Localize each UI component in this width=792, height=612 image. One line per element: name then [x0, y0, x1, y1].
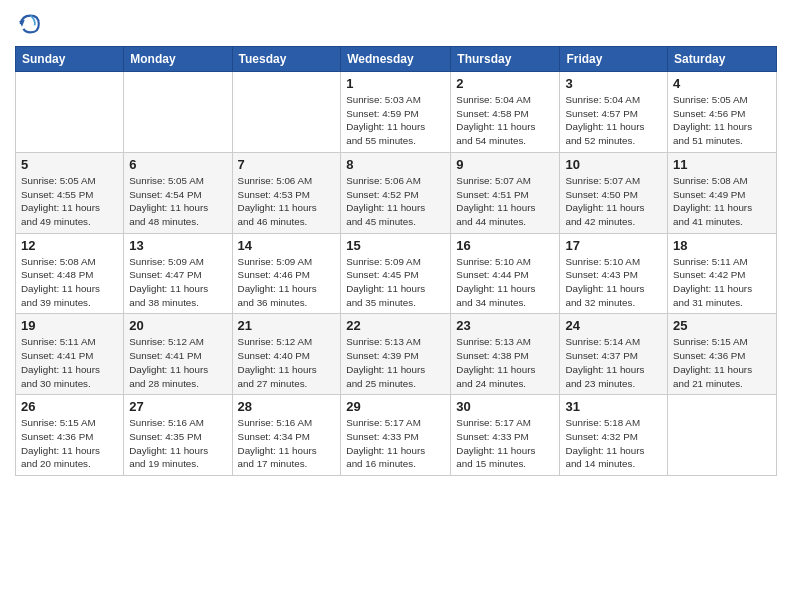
- day-number: 26: [21, 399, 118, 414]
- calendar-cell: 7Sunrise: 5:06 AM Sunset: 4:53 PM Daylig…: [232, 152, 341, 233]
- calendar-cell: 18Sunrise: 5:11 AM Sunset: 4:42 PM Dayli…: [668, 233, 777, 314]
- day-info: Sunrise: 5:04 AM Sunset: 4:57 PM Dayligh…: [565, 93, 662, 148]
- day-number: 9: [456, 157, 554, 172]
- day-number: 5: [21, 157, 118, 172]
- calendar-cell: 26Sunrise: 5:15 AM Sunset: 4:36 PM Dayli…: [16, 395, 124, 476]
- calendar-cell: 21Sunrise: 5:12 AM Sunset: 4:40 PM Dayli…: [232, 314, 341, 395]
- calendar-cell: 25Sunrise: 5:15 AM Sunset: 4:36 PM Dayli…: [668, 314, 777, 395]
- calendar-cell: 9Sunrise: 5:07 AM Sunset: 4:51 PM Daylig…: [451, 152, 560, 233]
- day-number: 7: [238, 157, 336, 172]
- day-number: 17: [565, 238, 662, 253]
- day-number: 21: [238, 318, 336, 333]
- calendar-cell: 20Sunrise: 5:12 AM Sunset: 4:41 PM Dayli…: [124, 314, 232, 395]
- calendar-cell: 1Sunrise: 5:03 AM Sunset: 4:59 PM Daylig…: [341, 72, 451, 153]
- day-number: 10: [565, 157, 662, 172]
- day-number: 16: [456, 238, 554, 253]
- calendar-cell: 14Sunrise: 5:09 AM Sunset: 4:46 PM Dayli…: [232, 233, 341, 314]
- day-number: 24: [565, 318, 662, 333]
- day-info: Sunrise: 5:15 AM Sunset: 4:36 PM Dayligh…: [21, 416, 118, 471]
- calendar-cell: [668, 395, 777, 476]
- calendar-cell: 2Sunrise: 5:04 AM Sunset: 4:58 PM Daylig…: [451, 72, 560, 153]
- calendar-cell: 10Sunrise: 5:07 AM Sunset: 4:50 PM Dayli…: [560, 152, 668, 233]
- day-info: Sunrise: 5:07 AM Sunset: 4:50 PM Dayligh…: [565, 174, 662, 229]
- calendar-cell: 6Sunrise: 5:05 AM Sunset: 4:54 PM Daylig…: [124, 152, 232, 233]
- day-info: Sunrise: 5:08 AM Sunset: 4:49 PM Dayligh…: [673, 174, 771, 229]
- calendar-cell: 23Sunrise: 5:13 AM Sunset: 4:38 PM Dayli…: [451, 314, 560, 395]
- day-number: 31: [565, 399, 662, 414]
- day-number: 6: [129, 157, 226, 172]
- calendar-week-row: 12Sunrise: 5:08 AM Sunset: 4:48 PM Dayli…: [16, 233, 777, 314]
- calendar-cell: 28Sunrise: 5:16 AM Sunset: 4:34 PM Dayli…: [232, 395, 341, 476]
- day-info: Sunrise: 5:11 AM Sunset: 4:41 PM Dayligh…: [21, 335, 118, 390]
- day-info: Sunrise: 5:12 AM Sunset: 4:41 PM Dayligh…: [129, 335, 226, 390]
- calendar-cell: 22Sunrise: 5:13 AM Sunset: 4:39 PM Dayli…: [341, 314, 451, 395]
- page: SundayMondayTuesdayWednesdayThursdayFrid…: [0, 0, 792, 612]
- day-number: 28: [238, 399, 336, 414]
- calendar-header-friday: Friday: [560, 47, 668, 72]
- calendar-cell: 4Sunrise: 5:05 AM Sunset: 4:56 PM Daylig…: [668, 72, 777, 153]
- calendar-cell: [124, 72, 232, 153]
- day-info: Sunrise: 5:06 AM Sunset: 4:52 PM Dayligh…: [346, 174, 445, 229]
- day-number: 12: [21, 238, 118, 253]
- calendar-week-row: 5Sunrise: 5:05 AM Sunset: 4:55 PM Daylig…: [16, 152, 777, 233]
- calendar-header-tuesday: Tuesday: [232, 47, 341, 72]
- day-info: Sunrise: 5:14 AM Sunset: 4:37 PM Dayligh…: [565, 335, 662, 390]
- calendar-header-saturday: Saturday: [668, 47, 777, 72]
- day-info: Sunrise: 5:06 AM Sunset: 4:53 PM Dayligh…: [238, 174, 336, 229]
- calendar-table: SundayMondayTuesdayWednesdayThursdayFrid…: [15, 46, 777, 476]
- day-info: Sunrise: 5:15 AM Sunset: 4:36 PM Dayligh…: [673, 335, 771, 390]
- day-number: 18: [673, 238, 771, 253]
- day-number: 20: [129, 318, 226, 333]
- day-info: Sunrise: 5:17 AM Sunset: 4:33 PM Dayligh…: [456, 416, 554, 471]
- calendar-header-sunday: Sunday: [16, 47, 124, 72]
- calendar-cell: 17Sunrise: 5:10 AM Sunset: 4:43 PM Dayli…: [560, 233, 668, 314]
- day-info: Sunrise: 5:03 AM Sunset: 4:59 PM Dayligh…: [346, 93, 445, 148]
- day-info: Sunrise: 5:16 AM Sunset: 4:34 PM Dayligh…: [238, 416, 336, 471]
- calendar-cell: [232, 72, 341, 153]
- day-info: Sunrise: 5:13 AM Sunset: 4:38 PM Dayligh…: [456, 335, 554, 390]
- day-info: Sunrise: 5:09 AM Sunset: 4:47 PM Dayligh…: [129, 255, 226, 310]
- logo: [15, 10, 47, 38]
- calendar-cell: 8Sunrise: 5:06 AM Sunset: 4:52 PM Daylig…: [341, 152, 451, 233]
- day-info: Sunrise: 5:09 AM Sunset: 4:46 PM Dayligh…: [238, 255, 336, 310]
- day-number: 11: [673, 157, 771, 172]
- calendar-cell: 16Sunrise: 5:10 AM Sunset: 4:44 PM Dayli…: [451, 233, 560, 314]
- calendar-header-thursday: Thursday: [451, 47, 560, 72]
- day-number: 8: [346, 157, 445, 172]
- day-number: 15: [346, 238, 445, 253]
- day-info: Sunrise: 5:08 AM Sunset: 4:48 PM Dayligh…: [21, 255, 118, 310]
- day-number: 25: [673, 318, 771, 333]
- day-number: 22: [346, 318, 445, 333]
- day-number: 14: [238, 238, 336, 253]
- day-info: Sunrise: 5:04 AM Sunset: 4:58 PM Dayligh…: [456, 93, 554, 148]
- day-number: 27: [129, 399, 226, 414]
- header: [15, 10, 777, 38]
- calendar-cell: 29Sunrise: 5:17 AM Sunset: 4:33 PM Dayli…: [341, 395, 451, 476]
- day-info: Sunrise: 5:18 AM Sunset: 4:32 PM Dayligh…: [565, 416, 662, 471]
- calendar-cell: 31Sunrise: 5:18 AM Sunset: 4:32 PM Dayli…: [560, 395, 668, 476]
- calendar-cell: 27Sunrise: 5:16 AM Sunset: 4:35 PM Dayli…: [124, 395, 232, 476]
- day-number: 13: [129, 238, 226, 253]
- calendar-cell: 30Sunrise: 5:17 AM Sunset: 4:33 PM Dayli…: [451, 395, 560, 476]
- day-info: Sunrise: 5:07 AM Sunset: 4:51 PM Dayligh…: [456, 174, 554, 229]
- day-number: 3: [565, 76, 662, 91]
- calendar-cell: [16, 72, 124, 153]
- day-info: Sunrise: 5:12 AM Sunset: 4:40 PM Dayligh…: [238, 335, 336, 390]
- day-info: Sunrise: 5:05 AM Sunset: 4:55 PM Dayligh…: [21, 174, 118, 229]
- day-info: Sunrise: 5:10 AM Sunset: 4:43 PM Dayligh…: [565, 255, 662, 310]
- calendar-week-row: 1Sunrise: 5:03 AM Sunset: 4:59 PM Daylig…: [16, 72, 777, 153]
- day-number: 19: [21, 318, 118, 333]
- day-info: Sunrise: 5:09 AM Sunset: 4:45 PM Dayligh…: [346, 255, 445, 310]
- day-number: 29: [346, 399, 445, 414]
- day-info: Sunrise: 5:17 AM Sunset: 4:33 PM Dayligh…: [346, 416, 445, 471]
- day-info: Sunrise: 5:05 AM Sunset: 4:54 PM Dayligh…: [129, 174, 226, 229]
- day-info: Sunrise: 5:05 AM Sunset: 4:56 PM Dayligh…: [673, 93, 771, 148]
- calendar-header-wednesday: Wednesday: [341, 47, 451, 72]
- calendar-cell: 24Sunrise: 5:14 AM Sunset: 4:37 PM Dayli…: [560, 314, 668, 395]
- calendar-header-row: SundayMondayTuesdayWednesdayThursdayFrid…: [16, 47, 777, 72]
- day-number: 30: [456, 399, 554, 414]
- day-number: 23: [456, 318, 554, 333]
- calendar-cell: 12Sunrise: 5:08 AM Sunset: 4:48 PM Dayli…: [16, 233, 124, 314]
- day-info: Sunrise: 5:10 AM Sunset: 4:44 PM Dayligh…: [456, 255, 554, 310]
- calendar-cell: 15Sunrise: 5:09 AM Sunset: 4:45 PM Dayli…: [341, 233, 451, 314]
